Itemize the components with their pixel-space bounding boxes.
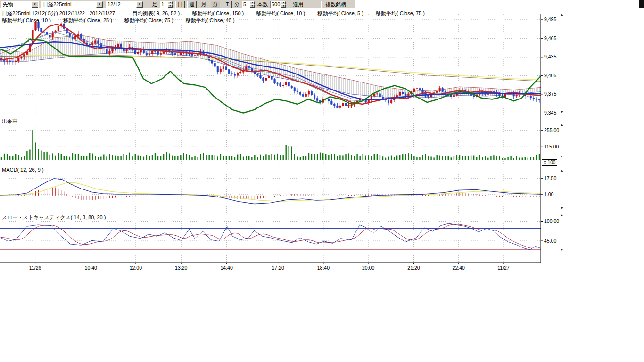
svg-text:255.00: 255.00 bbox=[544, 127, 559, 133]
svg-text:115.00: 115.00 bbox=[544, 144, 559, 149]
macd-scroll-down-icon[interactable]: ▼ bbox=[559, 206, 565, 210]
svg-text:17:20: 17:20 bbox=[272, 265, 284, 271]
svg-text:9,405: 9,405 bbox=[544, 73, 556, 78]
svg-text:11/27: 11/27 bbox=[497, 265, 510, 271]
indicator-label-ma40: 移動平均( Close, 40 ) bbox=[186, 17, 235, 24]
price-scroll-down-icon[interactable]: ▼ bbox=[559, 110, 565, 114]
svg-text:9,495: 9,495 bbox=[544, 16, 556, 22]
svg-text:9,375: 9,375 bbox=[544, 91, 556, 97]
macd-panel-title: MACD( 12, 26, 9 ) bbox=[2, 167, 44, 173]
toolbar-strip: 先物 ▼ 日経225mini ▼ 12/12 ▼ 足 1 ▲▼ 日 週 月 分 … bbox=[0, 0, 355, 8]
minute-spinner[interactable]: 5 ▲▼ bbox=[242, 1, 255, 8]
chart-title: 日経225mini 12/12( 5分) 2012/11/22 - 2012/1… bbox=[2, 10, 115, 17]
tick-button[interactable]: T bbox=[223, 1, 232, 8]
price-scroll-up-icon[interactable]: ▲ bbox=[559, 13, 565, 16]
volume-multiplier-badge: × 100 bbox=[542, 159, 557, 166]
symbol-value: 日経225mini bbox=[41, 1, 96, 8]
macd-scroll-up-icon[interactable]: ▲ bbox=[559, 169, 565, 173]
svg-text:11/26: 11/26 bbox=[29, 265, 41, 271]
minute-value: 5 bbox=[242, 1, 250, 8]
chart-header-line1: 日経225mini 12/12( 5分) 2012/11/22 - 2012/1… bbox=[2, 10, 425, 17]
period-minute-button[interactable]: 分 bbox=[211, 1, 220, 8]
indicator-label-ma10b: 移動平均( Close, 10 ) bbox=[2, 17, 51, 24]
axis-labels: 9,4959,4659,4359,4059,3759,345255.00115.… bbox=[29, 16, 559, 271]
svg-text:20:00: 20:00 bbox=[362, 265, 374, 271]
chevron-down-icon[interactable]: ▼ bbox=[96, 1, 103, 8]
macd-panel bbox=[0, 179, 541, 204]
contract-month-dropdown[interactable]: 12/12 ▼ bbox=[106, 1, 143, 8]
svg-text:1.00: 1.00 bbox=[544, 191, 554, 197]
indicator-label-ma75: 移動平均( Close, 75 ) bbox=[376, 10, 425, 17]
chevron-down-icon[interactable]: ▼ bbox=[136, 1, 143, 8]
symbol-dropdown[interactable]: 日経225mini ▼ bbox=[41, 1, 103, 8]
svg-text:13:20: 13:20 bbox=[175, 265, 187, 271]
interval-spinner[interactable]: 1 ▲▼ bbox=[160, 1, 173, 8]
indicator-label-ma25: 移動平均( Close, 25 ) bbox=[63, 17, 112, 24]
period-day-button[interactable]: 日 bbox=[175, 1, 185, 8]
market-category-value: 先物 bbox=[1, 1, 32, 8]
period-week-button[interactable]: 週 bbox=[187, 1, 197, 8]
svg-text:9,465: 9,465 bbox=[544, 35, 556, 41]
chevron-down-icon[interactable]: ▼ bbox=[32, 1, 38, 8]
interval-value: 1 bbox=[160, 1, 168, 8]
toolbar: 先物 ▼ 日経225mini ▼ 12/12 ▼ 足 1 ▲▼ 日 週 月 分 … bbox=[0, 0, 644, 8]
stoch-scroll-up-icon[interactable]: ▲ bbox=[559, 214, 565, 217]
stoch-panel-title: スロー・ストキャスティクス( 14, 3, 80, 20 ) bbox=[2, 214, 106, 221]
volume-panel-title: 出来高 bbox=[2, 118, 17, 125]
stoch-scroll-down-icon[interactable]: ▼ bbox=[559, 248, 565, 252]
market-category-dropdown[interactable]: 先物 ▼ bbox=[1, 1, 39, 8]
bars-value: 500 bbox=[271, 1, 281, 8]
contract-month-value: 12/12 bbox=[106, 1, 136, 7]
chart-canvas[interactable]: 9,4959,4659,4359,4059,3759,345255.00115.… bbox=[0, 0, 644, 362]
volume-scroll-down-icon[interactable]: ▼ bbox=[559, 155, 565, 158]
period-month-button[interactable]: 月 bbox=[199, 1, 208, 8]
multi-symbol-button[interactable]: 複数銘柄 bbox=[321, 1, 350, 8]
chart-header-line2: 移動平均( Close, 10 ) 移動平均( Close, 25 ) 移動平均… bbox=[2, 17, 235, 24]
svg-text:21:20: 21:20 bbox=[407, 265, 420, 271]
ashi-label: 足 bbox=[152, 1, 157, 8]
spinner-arrows-icon[interactable]: ▲▼ bbox=[281, 1, 286, 8]
svg-text:100.00: 100.00 bbox=[544, 218, 559, 224]
svg-text:9,435: 9,435 bbox=[544, 54, 556, 59]
svg-text:18:40: 18:40 bbox=[317, 265, 330, 271]
indicator-label-ichimoku: 一目均衡表( 9, 26, 52 ) bbox=[127, 10, 180, 17]
scrollbar-corner bbox=[639, 0, 644, 8]
apply-button[interactable]: 適用 bbox=[289, 1, 307, 8]
indicator-label-ma5: 移動平均( Close, 5 ) bbox=[317, 10, 363, 17]
svg-text:45.00: 45.00 bbox=[544, 238, 556, 244]
svg-text:22:40: 22:40 bbox=[453, 265, 465, 271]
volume-scroll-up-icon[interactable]: ▲ bbox=[559, 123, 565, 127]
indicator-label-ma10: 移動平均( Close, 10 ) bbox=[256, 10, 305, 17]
spinner-arrows-icon[interactable]: ▲▼ bbox=[168, 1, 173, 8]
svg-text:17.50: 17.50 bbox=[544, 175, 556, 181]
bars-spinner[interactable]: 500 ▲▼ bbox=[270, 1, 286, 8]
indicator-label-ma75b: 移動平均( Close, 75 ) bbox=[124, 17, 173, 24]
minute-label: 分 bbox=[234, 1, 239, 8]
indicator-label-ma150: 移動平均( Close, 150 ) bbox=[192, 10, 244, 17]
spinner-arrows-icon[interactable]: ▲▼ bbox=[250, 1, 255, 8]
stochastics-panel bbox=[0, 223, 541, 250]
svg-text:10:40: 10:40 bbox=[85, 265, 97, 271]
svg-text:14:40: 14:40 bbox=[220, 265, 232, 271]
svg-text:9,345: 9,345 bbox=[544, 110, 556, 115]
bars-label: 本数 bbox=[257, 1, 268, 8]
svg-text:12:00: 12:00 bbox=[130, 265, 142, 271]
